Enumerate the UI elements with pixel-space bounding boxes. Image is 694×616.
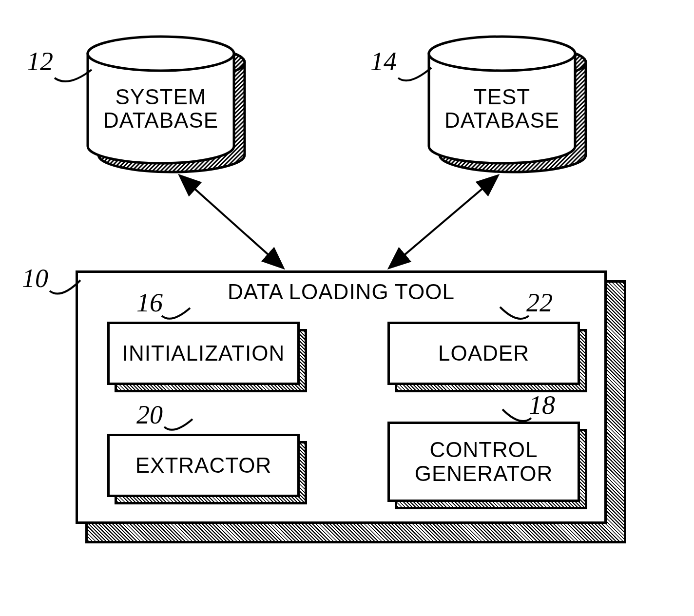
system-database-label-line2: DATABASE — [103, 108, 218, 132]
control-generator-box: CONTROL GENERATOR — [387, 422, 580, 502]
ref-12: 12 — [27, 46, 53, 77]
leader-20 — [163, 413, 197, 438]
leader-10 — [49, 275, 85, 302]
svg-line-8 — [185, 180, 278, 263]
system-database-label-line1: SYSTEM — [116, 85, 207, 109]
leader-14 — [397, 61, 436, 88]
ref-20: 20 — [136, 400, 163, 430]
control-generator-label-line2: GENERATOR — [415, 462, 553, 485]
test-database-label: TEST DATABASE — [429, 85, 575, 133]
leader-22 — [497, 301, 534, 328]
ref-14: 14 — [370, 46, 397, 77]
system-database-label: SYSTEM DATABASE — [88, 85, 234, 133]
control-generator-label-line1: CONTROL — [429, 438, 538, 462]
test-database-label-line2: DATABASE — [444, 108, 559, 132]
leader-12 — [54, 61, 97, 90]
svg-line-9 — [395, 180, 492, 263]
test-database-label-line1: TEST — [474, 85, 530, 109]
arrow-testdb-tool — [380, 171, 507, 278]
loader-box: LOADER — [387, 322, 580, 385]
leader-16 — [161, 302, 195, 327]
extractor-label: EXTRACTOR — [135, 454, 272, 477]
loader-label: LOADER — [438, 342, 529, 365]
arrow-systemdb-tool — [171, 171, 297, 278]
svg-point-3 — [88, 37, 234, 71]
diagram-canvas: SYSTEM DATABASE TEST DATABASE — [0, 0, 694, 616]
initialization-box: INITIALIZATION — [107, 322, 300, 385]
extractor-box: EXTRACTOR — [107, 434, 300, 497]
initialization-label: INITIALIZATION — [122, 342, 285, 365]
ref-16: 16 — [136, 288, 163, 318]
ref-10: 10 — [22, 263, 48, 293]
svg-point-5 — [429, 37, 575, 71]
control-generator-label: CONTROL GENERATOR — [415, 438, 553, 485]
leader-18 — [500, 404, 536, 430]
